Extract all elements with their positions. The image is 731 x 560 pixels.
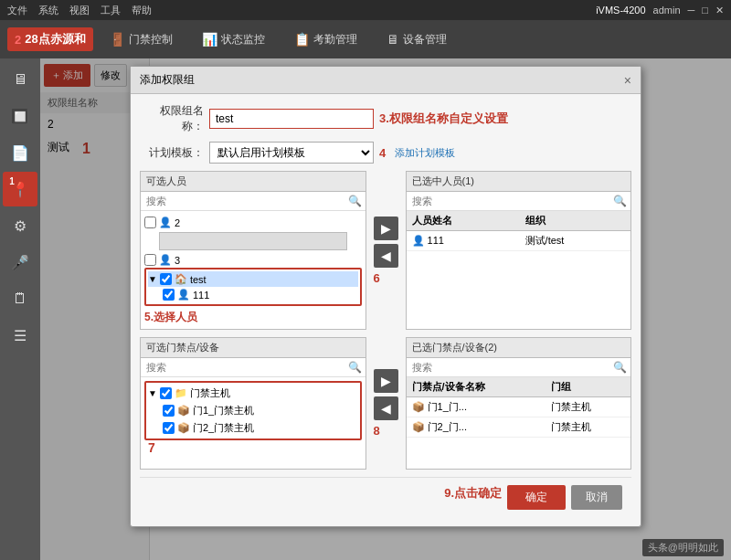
sidebar-item-monitor[interactable]: 🖥: [3, 62, 37, 97]
top-bar: 文件 系统 视图 工具 帮助 iVMS-4200 admin ─ □ ✕: [0, 0, 731, 20]
col-device-group: 门组: [546, 377, 630, 397]
checkbox-person-2[interactable]: [144, 217, 156, 228]
annotation-5: 5.选择人员: [144, 310, 362, 325]
tab-status-monitor[interactable]: 📊 状态监控: [189, 26, 278, 53]
device-icon-1: 📦: [177, 405, 190, 417]
annotation-9: 9.点击确定: [444, 485, 502, 510]
device-transfer-section: 可选门禁点/设备 🔍 ▼: [140, 337, 631, 470]
transfer-left-persons-button[interactable]: ◀: [374, 244, 398, 268]
available-devices-panel: 可选门禁点/设备 🔍 ▼: [140, 337, 366, 470]
content-area: ＋ 添加 修改 权限组名称 2 测试 1 添加权限组 ×: [40, 58, 731, 560]
person-icon-111: 👤: [177, 289, 190, 301]
checkbox-person-3[interactable]: [144, 254, 156, 266]
tab-door-control[interactable]: 🚪 门禁控制: [97, 26, 185, 53]
door-icon: 🚪: [110, 32, 125, 47]
sidebar-item-settings[interactable]: ⚙: [3, 208, 37, 243]
main-layout: 🖥 🔲 📄 📍 1 ⚙ 🎤 🗒 ☰ ＋ 添加 修改 权限组名称 2: [0, 58, 731, 560]
checkbox-device-2[interactable]: [163, 422, 175, 434]
modal-close-button[interactable]: ×: [624, 73, 631, 88]
available-devices-search-input[interactable]: [144, 360, 348, 375]
sidebar-item-map[interactable]: 📍 1: [3, 172, 37, 206]
device-item-2[interactable]: 📦 门2_门禁主机: [148, 419, 358, 437]
selected-devices-box: ▼ 📁 门禁主机 📦 门1_门禁主机: [144, 381, 362, 440]
selected-device-row-1[interactable]: 📦 门2_门... 门禁主机: [407, 417, 631, 438]
sidebar-item-records[interactable]: 📄: [3, 135, 37, 170]
menu-help[interactable]: 帮助: [132, 4, 152, 17]
annotation-8: 8: [374, 424, 398, 438]
device-group-main[interactable]: ▼ 📁 门禁主机: [148, 385, 358, 402]
checkbox-group-test[interactable]: [160, 273, 172, 285]
nav-bar: 228点赤源和 🚪 门禁控制 📊 状态监控 📋 考勤管理 🖥 设备管理: [0, 20, 731, 58]
annotation-3: 3.权限组名称自定义设置: [379, 111, 508, 127]
plan-template-select[interactable]: 默认启用计划模板: [209, 142, 374, 164]
menu-system[interactable]: 系统: [38, 4, 58, 17]
cancel-button[interactable]: 取消: [571, 485, 622, 510]
person-item-3[interactable]: 👤 3: [144, 252, 362, 268]
sidebar-item-door[interactable]: 🔲: [3, 99, 37, 133]
close-icon[interactable]: ✕: [715, 5, 724, 16]
modal-title: 添加权限组: [140, 72, 195, 88]
app-title: iVMS-4200: [596, 5, 645, 16]
person-item-111[interactable]: 👤 111: [148, 287, 358, 302]
modal-footer: 9.点击确定 确定 取消: [140, 477, 631, 517]
checkbox-device-group[interactable]: [160, 387, 172, 399]
selected-devices-search-bar: 🔍: [407, 358, 631, 377]
search-icon-devices: 🔍: [348, 361, 362, 374]
available-persons-search-bar: 🔍: [141, 192, 366, 211]
transfer-right-devices-button[interactable]: ▶: [374, 369, 398, 393]
confirm-button[interactable]: 确定: [507, 485, 566, 510]
annotation-6: 6: [374, 271, 398, 285]
available-persons-search-input[interactable]: [144, 194, 348, 208]
menu-tools[interactable]: 工具: [101, 4, 121, 17]
available-persons-panel: 可选人员 🔍 👤 2: [140, 171, 366, 330]
person-transfer-buttons: ▶ ◀ 6: [370, 171, 402, 330]
monitor-icon: 📊: [202, 32, 217, 47]
selected-device-icon-2: 📦: [412, 421, 425, 432]
selected-device-icon-1: 📦: [412, 401, 425, 412]
person-item-2[interactable]: 👤 2: [144, 215, 362, 230]
selected-devices-table: 门禁点/设备名称 门组 📦 门1_门...: [407, 377, 631, 438]
sidebar: 🖥 🔲 📄 📍 1 ⚙ 🎤 🗒 ☰: [0, 58, 40, 560]
person-card-blank: [159, 232, 347, 250]
device-item-1[interactable]: 📦 门1_门禁主机: [148, 402, 358, 419]
add-plan-template-link[interactable]: 添加计划模板: [395, 146, 455, 160]
search-icon-persons: 🔍: [348, 195, 362, 207]
selected-person-row-0[interactable]: 👤 111 测试/test: [407, 231, 631, 251]
device-icon: 🖥: [387, 32, 399, 47]
person-icon-3: 👤: [159, 254, 172, 266]
selected-persons-search-input[interactable]: [410, 194, 614, 208]
sidebar-item-intercom[interactable]: 🎤: [3, 245, 37, 280]
person-icon-2: 👤: [159, 217, 172, 228]
selected-devices-search-input[interactable]: [410, 360, 614, 375]
selected-device-row-0[interactable]: 📦 门1_门... 门禁主机: [407, 397, 631, 417]
sidebar-item-more[interactable]: ☰: [3, 318, 37, 353]
annotation-4: 4: [379, 146, 386, 160]
selected-person-icon: 👤: [412, 235, 425, 246]
selected-persons-search-bar: 🔍: [407, 192, 631, 211]
badge-count: 1: [5, 174, 19, 188]
group-name-input[interactable]: [209, 109, 374, 129]
search-icon-selected-devices: 🔍: [613, 361, 627, 374]
sidebar-item-logs[interactable]: 🗒: [3, 281, 37, 316]
name-label: 权限组名称：: [140, 103, 204, 134]
menu-view[interactable]: 视图: [69, 4, 90, 17]
expand-icon-device: ▼: [148, 388, 157, 398]
minimize-icon[interactable]: ─: [688, 5, 695, 16]
transfer-left-devices-button[interactable]: ◀: [374, 396, 398, 420]
form-row-plan: 计划模板： 默认启用计划模板 4 添加计划模板: [140, 142, 631, 164]
checkbox-person-111[interactable]: [163, 289, 175, 301]
search-icon-selected-persons: 🔍: [613, 195, 627, 207]
tab-attendance[interactable]: 📋 考勤管理: [281, 26, 370, 53]
device-icon-2: 📦: [177, 422, 190, 434]
maximize-icon[interactable]: □: [702, 5, 708, 16]
available-devices-search-bar: 🔍: [141, 358, 366, 377]
tab-device-mgmt[interactable]: 🖥 设备管理: [374, 26, 460, 53]
menu-file[interactable]: 文件: [7, 4, 27, 17]
group-item-test[interactable]: ▼ 🏠 test: [148, 271, 358, 287]
selected-group-box: ▼ 🏠 test 👤 111: [144, 268, 362, 306]
checkbox-device-1[interactable]: [163, 405, 175, 417]
plan-label: 计划模板：: [140, 145, 204, 161]
col-device-name: 门禁点/设备名称: [407, 377, 546, 397]
transfer-right-persons-button[interactable]: ▶: [374, 217, 398, 240]
person-transfer-section: 可选人员 🔍 👤 2: [140, 171, 631, 330]
